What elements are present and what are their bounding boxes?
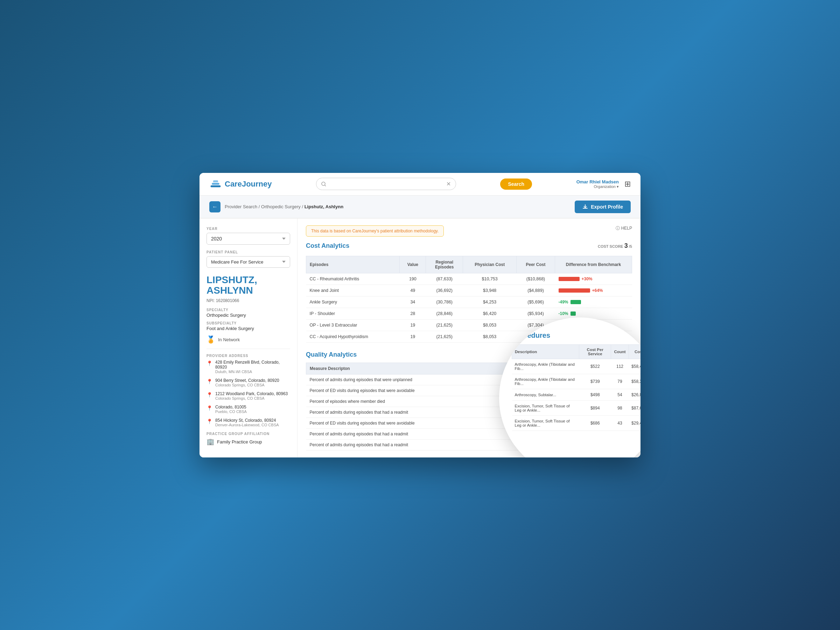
proc-cost: $26,892: [628, 389, 641, 400]
measure-description: Percent of ED visits during episodes tha…: [306, 385, 519, 396]
procedures-table: Description Cost Per Service Count Cost …: [512, 344, 641, 431]
regional-episodes: (87,633): [426, 273, 463, 284]
list-item: Excision, Tumor, Soft Tissue of Leg or A…: [512, 400, 641, 415]
table-row: Ankle Surgery 34 (30,786) $4,253 ($5,696…: [306, 296, 632, 308]
search-button[interactable]: Search: [500, 178, 532, 190]
episode-name: CC - Rheumatoid Arthritis: [306, 273, 400, 284]
svg-rect-6: [585, 204, 586, 207]
peer-cost: ($5,934): [516, 308, 555, 319]
clear-search-icon[interactable]: ✕: [446, 181, 451, 187]
help-text: HELP: [621, 226, 632, 231]
address-item: 📍 904 Berry Street, Colorado, 80920 Colo…: [207, 378, 290, 387]
col-description: Description: [512, 344, 579, 359]
info-row: This data is based on CareJourney's pati…: [306, 226, 632, 242]
cost-score-value: 3: [624, 242, 628, 249]
svg-line-4: [325, 185, 326, 186]
proc-description: Arthroscopy, Ankle (Tibiotalar and Fib..…: [512, 359, 579, 374]
address-sub: Duluth, MN-WI CBSA: [215, 369, 290, 374]
location-icon: 📍: [207, 379, 212, 384]
breadcrumb: Provider Search / Orthopedic Surgery / L…: [225, 204, 343, 209]
cost-score: COST SCORE 3 /5: [598, 242, 632, 249]
proc-description: Excision, Tumor, Soft Tissue of Leg or A…: [512, 400, 579, 415]
year-select[interactable]: 2020: [207, 233, 290, 245]
list-item: Arthroscopy, Ankle (Tibiotalar and Fib..…: [512, 359, 641, 374]
proc-cost-per-service: $686: [579, 415, 611, 431]
proc-cost-per-service: $739: [579, 374, 611, 389]
episode-value: 19: [400, 331, 426, 342]
user-info: Omar Rhiel Madsen Organization ▾: [576, 179, 619, 189]
browser-window: CareJourney Orthopedic Surgery ✕ Search …: [199, 173, 641, 458]
proc-count: 79: [611, 374, 628, 389]
proc-count: 98: [611, 400, 628, 415]
user-org[interactable]: Organization ▾: [576, 185, 619, 189]
addresses: 📍 428 Emily Renzelli Blvd, Colorado, 809…: [207, 360, 290, 427]
peer-cost: ($5,696): [516, 296, 555, 308]
in-network-badge: 🏅 In Network: [207, 335, 290, 344]
main-content: YEAR 2020 PATIENT PANEL Medicare Fee For…: [199, 218, 641, 458]
episode-value: 49: [400, 284, 426, 296]
cost-analytics-header-row: Cost Analytics COST SCORE 3 /5: [306, 242, 632, 254]
episode-name: OP - Level 3 Extraocular: [306, 319, 400, 331]
peer-cost: ($4,889): [516, 284, 555, 296]
address-details: 904 Berry Street, Colorado, 80920 Colora…: [215, 378, 279, 387]
help-icon: ⓘ: [616, 226, 620, 231]
physician-cost: $8,053: [463, 319, 516, 331]
top-nav: CareJourney Orthopedic Surgery ✕ Search …: [199, 173, 641, 196]
address-sub: Denver-Aurora-Lakewood, CO CBSA: [215, 423, 279, 427]
physician-cost: $8,053: [463, 331, 516, 342]
right-panel: This data is based on CareJourney's pati…: [297, 218, 641, 458]
location-icon: 📍: [207, 360, 212, 366]
proc-description: Arthroscopy, Subtalar...: [512, 389, 579, 400]
location-icon: 📍: [207, 392, 212, 398]
address-item: 📍 428 Emily Renzelli Blvd, Colorado, 809…: [207, 360, 290, 374]
address-details: 428 Emily Renzelli Blvd, Colorado, 80920…: [215, 360, 290, 374]
episode-value: 19: [400, 319, 426, 331]
regional-episodes: (30,786): [426, 296, 463, 308]
episode-name: Ankle Surgery: [306, 296, 400, 308]
year-label: YEAR: [207, 227, 290, 231]
measure-description: Percent of ED visits during episodes tha…: [306, 418, 519, 428]
back-button[interactable]: ←: [209, 201, 221, 212]
table-row: CC - Rheumatoid Arthritis 190 (87,633) $…: [306, 273, 632, 284]
list-item: Arthroscopy, Ankle (Tibiotalar and Fib..…: [512, 374, 641, 389]
proc-cost: $58,464: [628, 359, 641, 374]
col-physician-cost: Physician Cost: [463, 256, 516, 273]
network-icon: 🏅: [207, 335, 215, 344]
svg-rect-2: [213, 180, 218, 182]
user-name: Omar Rhiel Madsen: [576, 179, 619, 185]
search-bar[interactable]: Orthopedic Surgery ✕: [316, 178, 456, 190]
search-input[interactable]: Orthopedic Surgery: [329, 181, 444, 187]
col-cost: Cost: [628, 344, 641, 359]
affiliation-label: PRACTICE GROUP AFFILIATION: [207, 432, 290, 436]
patient-panel-label: PATIENT PANEL: [207, 250, 290, 254]
col-regional-episodes: RegionalEpisodes: [426, 256, 463, 273]
bottom-section: Quality Analytics Measure Descripton Num…: [306, 351, 632, 450]
svg-rect-0: [211, 185, 221, 187]
address-label: PROVIDER ADDRESS: [207, 354, 290, 358]
address-main: 428 Emily Renzelli Blvd, Colorado, 80920: [215, 360, 290, 369]
breadcrumb-left: ← Provider Search / Orthopedic Surgery /…: [209, 201, 343, 212]
episode-value: 34: [400, 296, 426, 308]
episode-name: IP - Shoulder: [306, 308, 400, 319]
procedures-table-header: Description Cost Per Service Count Cost: [512, 344, 641, 359]
help-link[interactable]: ⓘ HELP: [616, 226, 632, 231]
diff-benchmark: +30%: [555, 273, 632, 284]
provider-name: LIPSHUTZ, ASHLYNN: [207, 275, 290, 297]
proc-count: 112: [611, 359, 628, 374]
regional-episodes: (21,625): [426, 331, 463, 342]
specialty: Orthopedic Surgery: [207, 313, 290, 318]
logo-icon: [209, 178, 222, 190]
col-episodes: Episodes: [306, 256, 400, 273]
export-icon: [583, 204, 588, 210]
export-profile-button[interactable]: Export Profile: [575, 201, 631, 213]
measure-description: Percent of admits during episodes that h…: [306, 407, 519, 418]
grid-icon[interactable]: ⊞: [624, 180, 631, 189]
address-main: Colorado, 81005: [215, 404, 247, 409]
diff-benchmark: -10%: [555, 308, 632, 319]
network-status: In Network: [218, 337, 240, 342]
address-sub: Colorado Springs, CO CBSA: [215, 396, 288, 400]
proc-cost-per-service: $894: [579, 400, 611, 415]
patient-panel-select[interactable]: Medicare Fee For Service: [207, 256, 290, 268]
address-item: 📍 1212 Woodland Park, Colorado, 80963 Co…: [207, 391, 290, 400]
episode-name: Knee and Joint: [306, 284, 400, 296]
